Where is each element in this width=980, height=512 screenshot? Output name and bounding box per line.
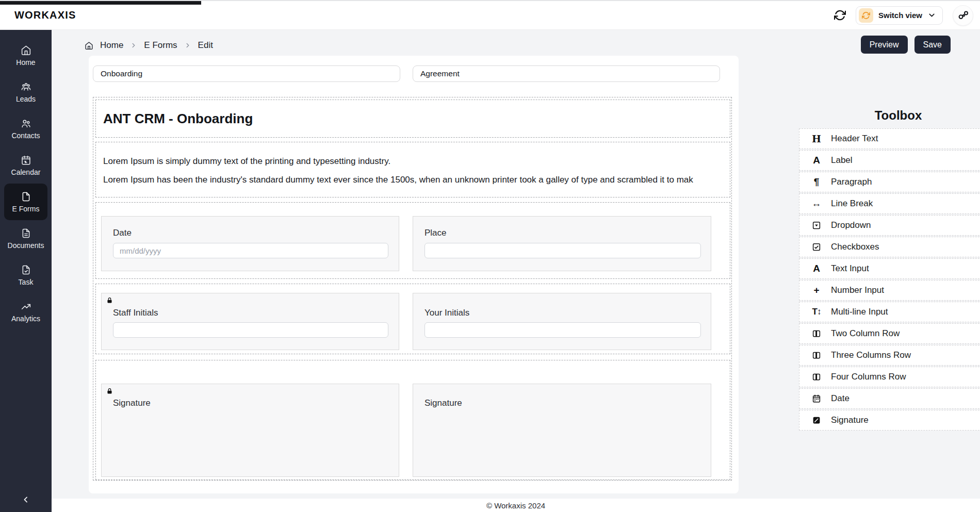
toolbox-item-multiline-input[interactable]: T↕ Multi-line Input [799, 302, 980, 322]
sidebar: Home Leads Contacts Calendar E Forms Doc… [0, 30, 52, 512]
breadcrumb-home-icon [85, 41, 93, 50]
breadcrumb-home[interactable]: Home [100, 40, 123, 51]
sidebar-item-label: Documents [8, 241, 44, 250]
text-input-icon: A [810, 263, 823, 274]
place-input[interactable] [424, 243, 701, 258]
breadcrumb-edit: Edit [198, 40, 213, 51]
sidebar-item-label: Calendar [11, 168, 41, 176]
toolbox-item-header-text[interactable]: H Header Text [799, 128, 980, 149]
copyright-text: © Workaxis 2024 [486, 501, 545, 510]
toolbox-item-text-input[interactable]: A Text Input [799, 258, 980, 279]
switch-view-button[interactable]: Switch view [856, 6, 943, 25]
page-actions: Preview Save [861, 36, 951, 54]
contacts-icon [21, 118, 31, 129]
file-text-icon [21, 228, 31, 239]
form-name-input[interactable] [93, 65, 400, 82]
date-field-panel[interactable]: Date [101, 216, 399, 271]
paragraph-icon: ¶ [810, 176, 823, 188]
two-column-row-date-place[interactable]: Date Place [95, 202, 730, 279]
toolbox-item-paragraph[interactable]: ¶ Paragraph [799, 172, 980, 192]
form-category-input[interactable] [413, 65, 720, 82]
bubbles-button[interactable] [953, 5, 973, 26]
toolbox-item-label[interactable]: A Label [799, 150, 980, 171]
file-check-icon [21, 265, 31, 275]
save-button[interactable]: Save [914, 36, 951, 54]
toolbox-item-number-input[interactable]: + Number Input [799, 280, 980, 301]
signature-icon [810, 416, 823, 425]
toolbox-item-two-column-row[interactable]: Two Column Row [799, 323, 980, 344]
toolbox-item-label: Three Columns Row [831, 350, 911, 360]
main-content: Home E Forms Edit Preview Save ANT CRM -… [52, 30, 980, 499]
toolbox-item-line-break[interactable]: ↔ Line Break [799, 193, 980, 214]
two-column-row-signatures[interactable]: Signature Signature [95, 360, 730, 480]
form-canvas[interactable]: ANT CRM - Onboarding Lorem Ipsum is simp… [93, 97, 732, 481]
toolbox-item-checkboxes[interactable]: Checkboxes [799, 237, 980, 257]
lock-icon [106, 388, 113, 394]
paragraph-block[interactable]: Lorem Ipsum is simply dummy text of the … [95, 142, 730, 197]
form-builder-panel: ANT CRM - Onboarding Lorem Ipsum is simp… [89, 56, 739, 493]
toolbox-item-three-columns-row[interactable]: Three Columns Row [799, 345, 980, 366]
top-left-dark-strip [0, 1, 201, 5]
top-bar: WORKAXIS Switch view [0, 0, 980, 30]
sidebar-item-label: E Forms [12, 205, 40, 213]
two-column-row-initials[interactable]: Staff Initials Your Initials [95, 284, 730, 354]
chevron-down-icon [927, 11, 936, 20]
toolbox-item-label: Line Break [831, 199, 873, 209]
date-icon [810, 394, 823, 403]
signature-left-panel[interactable]: Signature [101, 384, 399, 477]
sidebar-item-label: Leads [16, 95, 36, 103]
chevron-left-icon [21, 494, 31, 505]
toolbox-item-label: Label [831, 155, 853, 166]
trending-up-icon [21, 301, 31, 312]
sidebar-item-label: Contacts [11, 131, 40, 140]
sidebar-item-task[interactable]: Task [4, 257, 47, 293]
multiline-input-icon: T↕ [810, 307, 823, 317]
toolbox-item-label: Number Input [831, 285, 884, 295]
place-field-label: Place [424, 228, 447, 238]
refresh-button[interactable] [834, 9, 846, 21]
paragraph-line: Lorem Ipsum has been the industry's stan… [103, 175, 723, 185]
sidebar-collapse-button[interactable] [0, 494, 52, 505]
toolbox-item-date[interactable]: Date [799, 388, 980, 409]
sidebar-item-e-forms[interactable]: E Forms [4, 184, 47, 220]
checkboxes-icon [810, 242, 823, 252]
your-initials-panel[interactable]: Your Initials [413, 293, 711, 350]
home-icon [21, 45, 31, 56]
top-bar-actions: Switch view [834, 5, 980, 26]
form-title: ANT CRM - Onboarding [103, 111, 253, 127]
sidebar-item-analytics[interactable]: Analytics [4, 293, 47, 330]
toolbox-item-signature[interactable]: Signature [799, 410, 980, 431]
sidebar-item-calendar[interactable]: Calendar [4, 147, 47, 184]
toolbox-item-label: Text Input [831, 263, 869, 274]
switch-view-tile [859, 8, 873, 23]
four-columns-icon [810, 372, 823, 382]
signature-right-panel[interactable]: Signature [413, 384, 711, 477]
toolbox-item-four-columns-row[interactable]: Four Columns Row [799, 367, 980, 387]
your-initials-input[interactable] [424, 322, 701, 338]
three-columns-icon [810, 351, 823, 360]
toolbox-item-dropdown[interactable]: Dropdown [799, 215, 980, 236]
place-field-panel[interactable]: Place [413, 216, 711, 271]
signature-right-label: Signature [424, 398, 462, 408]
sidebar-item-leads[interactable]: Leads [4, 74, 47, 110]
breadcrumb-e-forms[interactable]: E Forms [144, 40, 177, 51]
date-field-label: Date [113, 228, 132, 238]
toolbox-item-label: Header Text [831, 134, 878, 144]
signature-left-label: Signature [113, 398, 151, 408]
preview-button[interactable]: Preview [861, 36, 908, 54]
app-logo: WORKAXIS [14, 9, 76, 21]
calendar-icon [21, 155, 31, 166]
sidebar-item-documents[interactable]: Documents [4, 220, 47, 257]
toolbox-item-label: Dropdown [831, 220, 871, 230]
sidebar-item-home[interactable]: Home [4, 37, 47, 74]
toolbox-item-label: Paragraph [831, 177, 872, 187]
staff-initials-input[interactable] [113, 322, 388, 338]
file-icon [21, 191, 31, 202]
staff-initials-panel[interactable]: Staff Initials [101, 293, 399, 350]
sidebar-item-contacts[interactable]: Contacts [4, 110, 47, 147]
header-text-block[interactable]: ANT CRM - Onboarding [95, 100, 730, 138]
date-input[interactable] [113, 243, 388, 258]
refresh-icon [834, 9, 846, 21]
your-initials-label: Your Initials [424, 308, 469, 318]
toolbox-item-label: Checkboxes [831, 242, 879, 252]
